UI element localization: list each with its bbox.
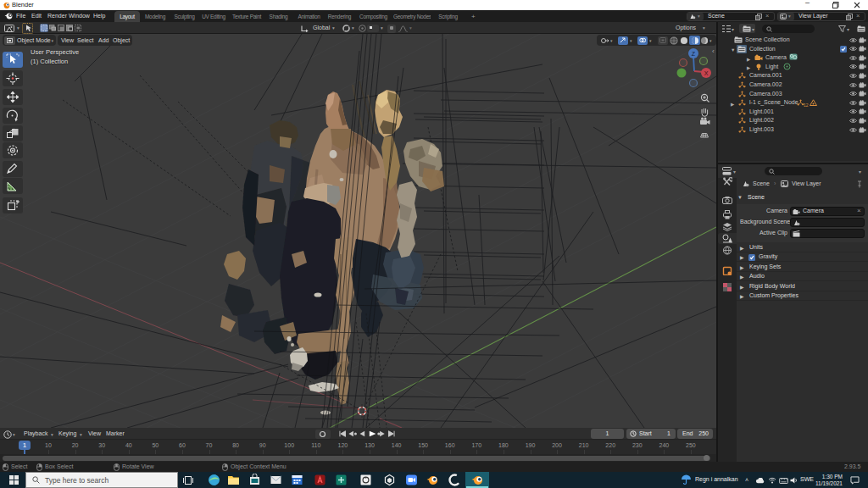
svg-text:Z: Z [692,51,696,57]
svg-text:‹: ‹ [712,47,715,55]
svg-text:X: X [704,70,709,76]
